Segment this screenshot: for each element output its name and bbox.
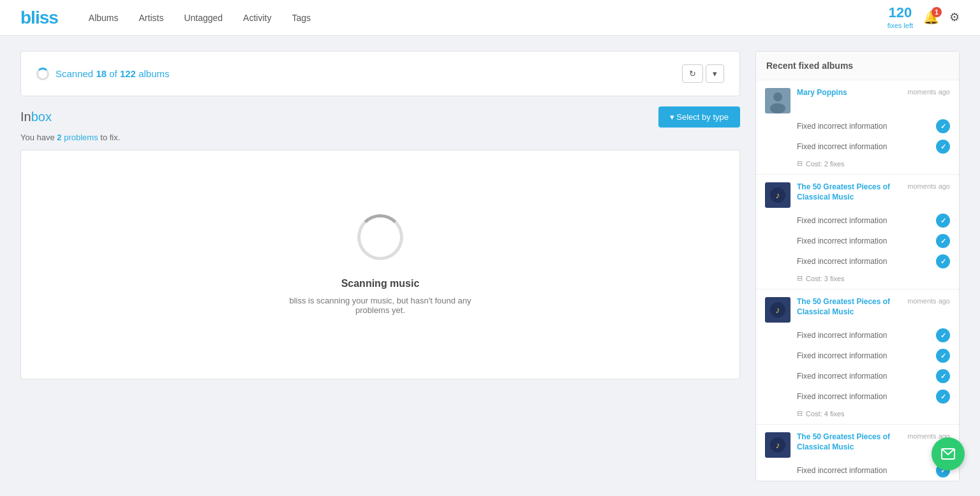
- fix-check-icon: [936, 254, 950, 268]
- album-header-row: Mary Poppins moments ago: [797, 88, 950, 98]
- album-info: The 50 Greatest Pieces of Classical Musi…: [797, 182, 950, 202]
- fix-item: Fixed incorrect information: [756, 460, 959, 481]
- settings-button[interactable]: ⚙: [949, 10, 960, 24]
- scan-total: 122: [120, 68, 136, 79]
- album-header-row: The 50 Greatest Pieces of Classical Musi…: [797, 182, 950, 202]
- svg-text:♪: ♪: [776, 305, 780, 315]
- fix-item: Fixed incorrect information: [756, 366, 959, 386]
- svg-text:♪: ♪: [776, 440, 780, 450]
- album-row: ♪ The 50 Greatest Pieces of Classical Mu…: [756, 175, 959, 210]
- fix-check-icon: [936, 119, 950, 133]
- inbox-title: Inbox: [20, 110, 52, 124]
- nav-untagged[interactable]: Untagged: [184, 10, 223, 26]
- main-nav: Albums Artists Untagged Activity Tags: [89, 10, 887, 26]
- scan-scanned: 18: [96, 68, 107, 79]
- scan-text: Scanned 18 of 122 albums: [56, 68, 170, 79]
- fix-text: Fixed incorrect information: [797, 372, 887, 381]
- header: bliss Albums Artists Untagged Activity T…: [0, 0, 980, 36]
- fix-item: Fixed incorrect information: [756, 251, 959, 272]
- fab-email-button[interactable]: [932, 437, 965, 470]
- album-link[interactable]: Mary Poppins: [797, 88, 847, 98]
- album-thumbnail: ♪: [765, 297, 791, 323]
- inbox-header: Inbox ▾ Select by type: [20, 106, 740, 128]
- fix-text: Fixed incorrect information: [797, 257, 887, 266]
- refresh-button[interactable]: ↻: [682, 64, 703, 83]
- album-thumbnail: [765, 88, 791, 113]
- album-info: The 50 Greatest Pieces of Classical Musi…: [797, 297, 950, 317]
- svg-point-1: [773, 92, 782, 101]
- fix-item: Fixed incorrect information: [756, 116, 959, 136]
- nav-artists[interactable]: Artists: [139, 10, 164, 26]
- logo: bliss: [20, 8, 58, 28]
- svg-text:♪: ♪: [776, 190, 780, 200]
- subtitle-suffix: to fix.: [98, 133, 121, 142]
- fix-check-icon: [936, 369, 950, 383]
- album-info: Mary Poppins moments ago: [797, 88, 950, 98]
- album-row: ♪ The 50 Greatest Pieces of Classical Mu…: [756, 425, 959, 460]
- subtitle-problems: problems: [62, 133, 98, 142]
- cost-row: ⊟ Cost: 4 fixes: [756, 407, 959, 424]
- fix-check-icon: [936, 234, 950, 248]
- fix-text: Fixed incorrect information: [797, 237, 887, 245]
- main-layout: Scanned 18 of 122 albums ↻ ▾ Inbox ▾ Sel…: [0, 36, 980, 496]
- cost-text: Cost: 4 fixes: [806, 410, 845, 418]
- album-group-classical-2: ♪ The 50 Greatest Pieces of Classical Mu…: [756, 289, 959, 425]
- album-time: moments ago: [907, 297, 950, 305]
- cost-icon: ⊟: [797, 274, 803, 282]
- scanning-title: Scanning music: [341, 278, 420, 289]
- cost-icon: ⊟: [797, 409, 803, 418]
- nav-tags[interactable]: Tags: [292, 10, 311, 26]
- cost-row: ⊟ Cost: 3 fixes: [756, 272, 959, 289]
- big-spinner: [357, 214, 403, 260]
- fix-check-icon: [936, 349, 950, 363]
- fix-check-icon: [936, 214, 950, 228]
- fix-item: Fixed incorrect information: [756, 210, 959, 231]
- album-link[interactable]: The 50 Greatest Pieces of Classical Musi…: [797, 182, 907, 202]
- scan-bar: Scanned 18 of 122 albums ↻ ▾: [20, 51, 740, 96]
- album-time: moments ago: [907, 182, 950, 190]
- fix-text: Fixed incorrect information: [797, 331, 887, 340]
- album-thumbnail: ♪: [765, 182, 791, 208]
- fix-check-icon: [936, 328, 950, 342]
- fixes-left-counter: 120 fixes left: [887, 5, 913, 31]
- fix-item: Fixed incorrect information: [756, 325, 959, 346]
- sidebar-title: Recent fixed albums: [756, 52, 959, 80]
- fix-check-icon: [936, 140, 950, 154]
- scan-actions: ↻ ▾: [682, 64, 724, 83]
- album-thumbnail: ♪: [765, 432, 791, 458]
- cost-text: Cost: 3 fixes: [806, 275, 845, 282]
- inbox-title-box: box: [31, 110, 52, 124]
- notifications-button[interactable]: 🔔 1: [923, 10, 939, 25]
- scanning-description: bliss is scanning your music, but hasn't…: [278, 296, 482, 315]
- fix-text: Fixed incorrect information: [797, 142, 887, 151]
- album-info: The 50 Greatest Pieces of Classical Musi…: [797, 432, 950, 452]
- fix-text: Fixed incorrect information: [797, 122, 887, 131]
- album-header-row: The 50 Greatest Pieces of Classical Musi…: [797, 432, 950, 452]
- notification-badge: 1: [932, 7, 942, 17]
- fix-text: Fixed incorrect information: [797, 351, 887, 360]
- cost-row: ⊟ Cost: 2 fixes: [756, 157, 959, 174]
- fix-text: Fixed incorrect information: [797, 216, 887, 225]
- select-by-type-button[interactable]: ▾ Select by type: [658, 106, 740, 128]
- scanning-box: Scanning music bliss is scanning your mu…: [20, 150, 740, 379]
- subtitle-you: You have: [20, 133, 57, 142]
- album-link[interactable]: The 50 Greatest Pieces of Classical Musi…: [797, 432, 907, 452]
- fix-text: Fixed incorrect information: [797, 466, 887, 475]
- inbox-title-in: In: [20, 110, 31, 124]
- subtitle-count: 2: [57, 133, 61, 142]
- album-link[interactable]: The 50 Greatest Pieces of Classical Musi…: [797, 297, 907, 317]
- album-group-classical-3: ♪ The 50 Greatest Pieces of Classical Mu…: [756, 425, 959, 481]
- nav-albums[interactable]: Albums: [89, 10, 119, 26]
- album-group-classical-1: ♪ The 50 Greatest Pieces of Classical Mu…: [756, 175, 959, 289]
- nav-activity[interactable]: Activity: [243, 10, 271, 26]
- scan-dropdown-button[interactable]: ▾: [706, 64, 724, 83]
- fixes-count: 120: [887, 5, 913, 20]
- fix-item: Fixed incorrect information: [756, 136, 959, 157]
- fix-item: Fixed incorrect information: [756, 386, 959, 407]
- fix-text: Fixed incorrect information: [797, 392, 887, 401]
- sidebar: Recent fixed albums Mary Poppins: [755, 51, 960, 481]
- album-row: ♪ The 50 Greatest Pieces of Classical Mu…: [756, 289, 959, 325]
- fixes-label: fixes left: [887, 22, 913, 29]
- content-area: Scanned 18 of 122 albums ↻ ▾ Inbox ▾ Sel…: [20, 51, 740, 481]
- scan-info: Scanned 18 of 122 albums: [36, 68, 170, 80]
